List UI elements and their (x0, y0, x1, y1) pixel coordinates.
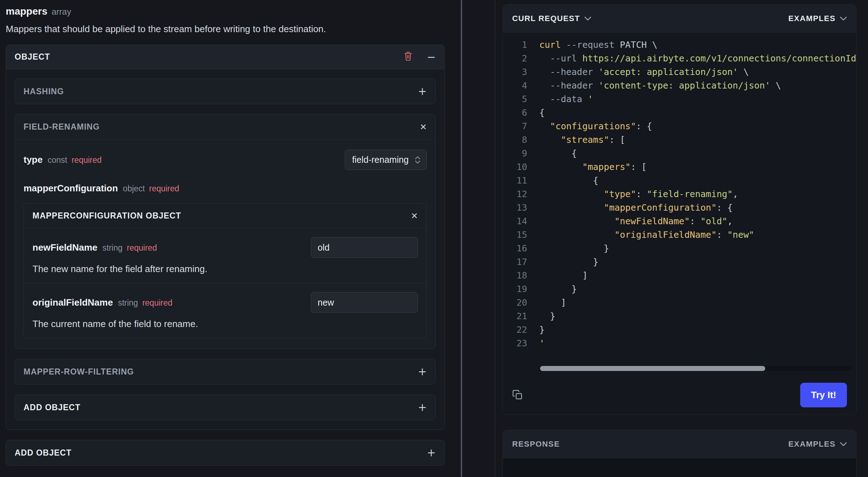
response-header: RESPONSE EXAMPLES (503, 430, 856, 458)
original-field-name-block: originalFieldName string required The cu… (24, 283, 427, 338)
line-number: 2 (503, 52, 527, 65)
mapper-configuration-prop-row: mapperConfiguration object required (24, 183, 427, 194)
line-number: 3 (503, 65, 527, 79)
line-number: 21 (503, 310, 527, 323)
remove-field-renaming-button[interactable]: ✕ (420, 123, 427, 131)
object-panel-actions: − (404, 51, 436, 63)
request-examples-label: EXAMPLES (788, 14, 836, 23)
new-field-name-input[interactable] (311, 237, 418, 258)
mapper-configuration-box: MAPPERCONFIGURATION OBJECT ✕ newFieldNam… (24, 203, 427, 338)
add-object-inner-row[interactable]: ADD OBJECT + (15, 395, 435, 420)
plus-icon: + (427, 447, 436, 458)
new-field-name-required: required (127, 243, 157, 253)
try-it-button[interactable]: Try It! (800, 383, 847, 407)
line-content: ] (539, 296, 566, 310)
line-content: } (539, 255, 599, 269)
mapper-row-filtering-title: MAPPER-ROW-FILTERING (24, 367, 134, 377)
add-object-outer-row[interactable]: ADD OBJECT + (6, 440, 444, 465)
line-content: } (539, 282, 577, 296)
object-panel-body: HASHING + FIELD-RENAMING ✕ (6, 69, 444, 430)
line-content: curl --request PATCH \ (539, 38, 657, 52)
line-content: "originalFieldName": "new" (539, 228, 754, 242)
mappers-description: Mappers that should be applied to the st… (6, 24, 445, 35)
code-line: 1curl --request PATCH \ (503, 38, 856, 52)
type-prop-required: required (71, 155, 101, 165)
line-content: "mapperConfiguration": { (539, 201, 733, 215)
delete-object-button[interactable] (404, 51, 413, 63)
chevron-down-icon (840, 16, 847, 21)
trash-icon (404, 51, 413, 61)
code-horizontal-scrollbar-thumb[interactable] (540, 366, 765, 371)
original-field-name-row: originalFieldName string required (32, 292, 418, 313)
type-select-value: field-renaming (352, 155, 409, 165)
code-line: 19 } (503, 282, 856, 296)
line-number: 16 (503, 242, 527, 255)
vertical-scrollbar[interactable] (461, 0, 462, 477)
code-line: 14 "newFieldName": "old", (503, 215, 856, 228)
line-content: --header 'content-type: application/json… (539, 79, 781, 92)
line-number: 18 (503, 269, 527, 282)
original-field-name-required: required (142, 298, 172, 308)
new-field-name-label: newFieldName (32, 242, 97, 253)
new-field-name-kind: string (102, 243, 122, 253)
original-field-name-input[interactable] (311, 292, 418, 313)
request-examples-dropdown[interactable]: EXAMPLES (788, 14, 847, 23)
hashing-header[interactable]: HASHING + (15, 79, 435, 104)
chevron-down-icon (584, 16, 591, 21)
line-number: 5 (503, 92, 527, 106)
curl-request-header: CURL REQUEST EXAMPLES (503, 5, 856, 32)
type-prop-kind: const (47, 155, 67, 165)
line-number: 9 (503, 147, 527, 160)
line-content: --header 'accept: application/json' \ (539, 65, 749, 79)
line-content: } (539, 323, 545, 337)
field-renaming-header[interactable]: FIELD-RENAMING ✕ (15, 115, 435, 140)
line-number: 4 (503, 79, 527, 92)
copy-code-button[interactable] (512, 390, 523, 400)
curl-request-title: CURL REQUEST (512, 14, 580, 23)
mapper-configuration-box-title: MAPPERCONFIGURATION OBJECT (32, 211, 181, 221)
mappers-field-name: mappers (6, 6, 47, 17)
close-icon: ✕ (411, 211, 418, 221)
add-object-outer-label: ADD OBJECT (15, 448, 72, 458)
mapper-configuration-required: required (149, 184, 179, 194)
code-line: 9 { (503, 147, 856, 160)
line-number: 17 (503, 255, 527, 269)
plus-icon: + (418, 402, 427, 413)
code-line: 18 ] (503, 269, 856, 282)
response-examples-label: EXAMPLES (788, 440, 836, 449)
collapse-object-button[interactable]: − (427, 52, 436, 62)
mappers-field-type: array (52, 7, 71, 17)
line-number: 7 (503, 120, 527, 133)
code-line: 6{ (503, 106, 856, 120)
response-title: RESPONSE (512, 440, 560, 449)
object-panel-header: OBJECT − (6, 45, 444, 69)
schema-pane: mappers array Mappers that should be app… (0, 0, 450, 477)
type-select[interactable]: field-renaming (345, 150, 427, 170)
line-number: 11 (503, 174, 527, 187)
code-horizontal-scrollbar (539, 366, 851, 371)
line-content: { (539, 147, 577, 160)
mappers-heading: mappers array (6, 6, 445, 17)
line-content: --data ' (539, 92, 593, 106)
line-number: 6 (503, 106, 527, 120)
code-line: 12 "type": "field-renaming", (503, 187, 856, 201)
response-examples-dropdown[interactable]: EXAMPLES (788, 440, 847, 449)
code-line: 11 { (503, 174, 856, 187)
mapper-row-filtering-header[interactable]: MAPPER-ROW-FILTERING + (15, 359, 435, 384)
code-line: 21 } (503, 310, 856, 323)
curl-request-card: CURL REQUEST EXAMPLES 1curl --request PA… (503, 4, 857, 415)
line-number: 13 (503, 201, 527, 215)
code-line: 3 --header 'accept: application/json' \ (503, 65, 856, 79)
code-line: 22} (503, 323, 856, 337)
curl-code-block: 1curl --request PATCH \2 --url https://a… (503, 32, 856, 363)
remove-mapper-configuration-button[interactable]: ✕ (411, 212, 418, 220)
line-content: "mappers": [ (539, 160, 647, 174)
original-field-name-description: The current name of the field to rename. (32, 318, 418, 330)
line-number: 12 (503, 187, 527, 201)
line-content: ' (539, 337, 545, 350)
chevron-down-icon (840, 442, 847, 446)
field-renaming-section: FIELD-RENAMING ✕ type const required (15, 114, 436, 349)
curl-request-dropdown[interactable]: CURL REQUEST (512, 14, 591, 23)
line-content: "newFieldName": "old", (539, 215, 733, 228)
object-panel: OBJECT − (6, 45, 445, 430)
